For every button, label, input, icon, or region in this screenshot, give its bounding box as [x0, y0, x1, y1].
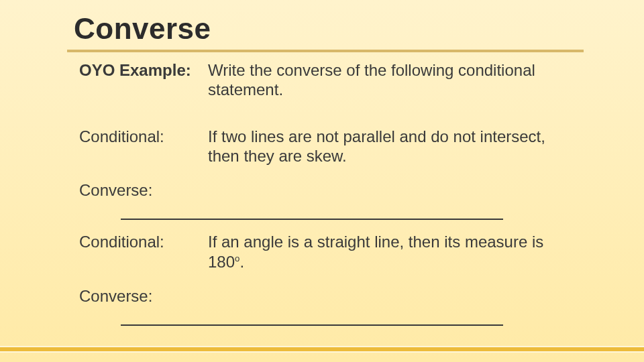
converse-row: Converse: [79, 180, 604, 200]
conditional-text-after: . [239, 253, 244, 271]
example-row: OYO Example: Write the converse of the f… [79, 60, 604, 100]
example-label: OYO Example: [79, 60, 208, 80]
converse-label: Converse: [79, 286, 208, 306]
page-title: Converse [74, 12, 644, 46]
conditional-text: If two lines are not parallel and do not… [208, 127, 604, 166]
conditional-label: Conditional: [79, 127, 208, 146]
converse-label: Converse: [79, 180, 208, 200]
conditional-text: If an angle is a straight line, then its… [208, 232, 604, 272]
example-text: Write the converse of the following cond… [208, 60, 604, 100]
slide: Converse OYO Example: Write the converse… [0, 0, 644, 362]
fill-in-line [121, 308, 503, 326]
conditional-label: Conditional: [79, 232, 208, 251]
title-underline [67, 50, 584, 52]
conditional-row: Conditional: If an angle is a straight l… [79, 232, 604, 272]
fill-in-line [121, 202, 503, 220]
bottom-accent-bar [0, 346, 644, 353]
conditional-text-before: If an angle is a straight line, then its… [208, 233, 543, 270]
content-area: OYO Example: Write the converse of the f… [79, 60, 604, 326]
conditional-row: Conditional: If two lines are not parall… [79, 127, 604, 166]
converse-row: Converse: [79, 286, 604, 306]
